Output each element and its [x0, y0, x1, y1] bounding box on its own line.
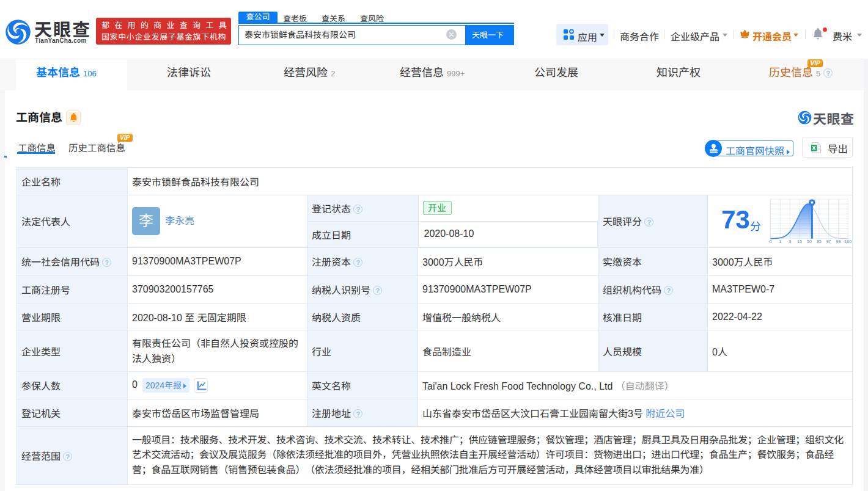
svg-text:0: 0 [770, 239, 772, 244]
svg-text:15: 15 [797, 239, 802, 244]
svg-text:3: 3 [789, 239, 791, 244]
svg-text:100: 100 [844, 239, 851, 244]
svg-text:1: 1 [779, 239, 781, 244]
svg-text:99: 99 [836, 239, 841, 244]
svg-text:50: 50 [807, 239, 812, 244]
svg-text:97: 97 [826, 239, 831, 244]
svg-text:85: 85 [817, 239, 822, 244]
